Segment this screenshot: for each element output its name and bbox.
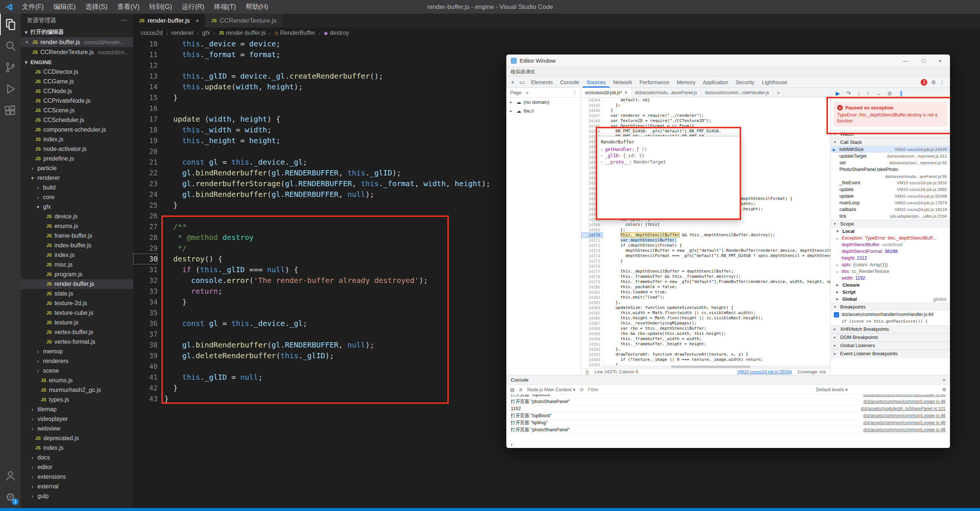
menu-item[interactable]: 运行(R) bbox=[177, 0, 209, 14]
tree-item[interactable]: JStexture.js bbox=[21, 318, 133, 327]
source-line[interactable]: 24369 }; bbox=[581, 227, 830, 233]
editor-tab[interactable]: JSrender-buffer.js× bbox=[133, 14, 205, 27]
step-icon[interactable]: → bbox=[875, 90, 881, 97]
source-file-tab[interactable]: dst/assets/comm...roleHandler.js bbox=[701, 88, 773, 97]
menu-item[interactable]: 终端(T) bbox=[209, 0, 241, 14]
menu-item[interactable]: 帮助(H) bbox=[241, 0, 273, 14]
maximize-icon[interactable]: □ bbox=[922, 57, 925, 64]
source-line[interactable]: 24348 var Texture2D = require("./CCTextu… bbox=[581, 118, 830, 124]
source-line[interactable]: 24385 this.width = Math.floor(width || c… bbox=[581, 310, 830, 316]
scope-variable[interactable]: width:1152 bbox=[830, 275, 950, 281]
menu-item[interactable]: 转到(G) bbox=[144, 0, 177, 14]
tree-item[interactable]: JSmisc.js bbox=[21, 260, 133, 270]
horizontal-scrollbar[interactable] bbox=[603, 365, 830, 368]
tree-item[interactable]: ›particle bbox=[21, 163, 133, 173]
callstack-frame[interactable]: ▶initWithSizeVM10 cocos2d-jsb.js:24370 bbox=[830, 146, 950, 153]
open-editor-item[interactable]: ×JSrender-buffer.jscocos2d/render... bbox=[21, 37, 133, 47]
open-editor-item[interactable]: JSCCRenderTexture.jscocos2d/co... bbox=[21, 47, 133, 57]
tree-item[interactable]: ›scene bbox=[21, 366, 133, 376]
tree-item[interactable]: JSCCGame.js bbox=[21, 77, 133, 86]
tree-item[interactable]: JSindex-buffer.js bbox=[21, 241, 133, 250]
context-selector[interactable]: Node.js Main Context ▾ bbox=[527, 387, 575, 392]
tree-item[interactable]: JSnode-activator.js bbox=[21, 144, 133, 154]
tree-item[interactable]: JSdevice.js bbox=[21, 212, 133, 221]
callstack-frame[interactable]: callbackVM10 cocos2d-jsb.js:18124 bbox=[830, 206, 950, 213]
inspect-element-icon[interactable]: ⌖ bbox=[509, 79, 517, 86]
console-source-link[interactable]: dst/assets/common/common/Logger.js:46 bbox=[864, 395, 945, 397]
explorer-icon[interactable] bbox=[0, 14, 21, 35]
scope-group[interactable]: ▸Globalglobal bbox=[830, 295, 950, 303]
source-line[interactable]: 24372 if (depthStencilFormat) { bbox=[581, 243, 830, 248]
source-line[interactable]: 24390 this._framebuffer._width = width; bbox=[581, 336, 830, 341]
tree-item[interactable]: JSprogram.js bbox=[21, 270, 133, 279]
callstack-frame[interactable]: updateVM10 cocos2d-jsb.js:20348 bbox=[830, 193, 950, 200]
console-message[interactable]: 打开页面 "tipMsg"dst/assets/common/common/Lo… bbox=[506, 419, 950, 427]
source-line[interactable]: 24393 drawTextureAt: function drawTextur… bbox=[581, 352, 830, 357]
source-line[interactable]: 24383 }, bbox=[581, 300, 830, 305]
step-into-icon[interactable]: ↓ bbox=[857, 90, 860, 97]
menu-item[interactable]: 选择(S) bbox=[81, 0, 112, 14]
tree-item[interactable]: JSCCScheduler.js bbox=[21, 115, 133, 125]
console-source-link[interactable]: dst/assets/module/ph..toSharePanel.js:10… bbox=[861, 406, 945, 411]
overflow-chevron-icon[interactable]: » bbox=[526, 90, 528, 95]
console-message[interactable]: 打开页面 "photoSharePanel"dst/assets/common/… bbox=[506, 427, 950, 433]
source-line[interactable]: 24345 }; bbox=[581, 103, 830, 108]
breakpoints-section-header[interactable]: ▾ Breakpoints bbox=[830, 303, 950, 311]
scope-variable[interactable]: height:2112 bbox=[830, 255, 950, 262]
source-line[interactable]: 24381 this.loaded = true; bbox=[581, 290, 830, 295]
source-line[interactable]: 24377 this._depthStencilBuffer = depthSt… bbox=[581, 269, 830, 274]
devtools-settings-icon[interactable]: ⚙ bbox=[931, 79, 936, 85]
source-file-tab[interactable]: dst/assets/modu...aturePanel.js bbox=[631, 88, 701, 97]
menu-item[interactable]: 编辑(E) bbox=[49, 0, 81, 14]
tree-item[interactable]: JSmurmurhash2_gc.js bbox=[21, 385, 133, 395]
menu-item[interactable]: 查看(V) bbox=[112, 0, 144, 14]
source-mapped-link[interactable]: VM10 cocos2d-jsb.js:25334 bbox=[737, 369, 792, 375]
tree-item[interactable]: JSCCDirector.js bbox=[21, 67, 133, 77]
console-message[interactable]: 打开页面 "photoSharePanel"dst/assets/common/… bbox=[506, 398, 950, 405]
callstack-frame[interactable]: updateTargetdst/assets/ssr/...mponent.js… bbox=[830, 153, 950, 159]
breadcrumb-item[interactable]: renderer bbox=[171, 30, 194, 36]
tree-item[interactable]: JSenums.js bbox=[21, 376, 133, 385]
tree-item[interactable]: JSrender-buffer.js bbox=[21, 279, 133, 289]
checkbox-checked-icon[interactable]: ✓ bbox=[834, 312, 839, 317]
tree-item[interactable]: JSCCPrivateNode.js bbox=[21, 96, 133, 106]
tab-console[interactable]: Console bbox=[511, 377, 528, 383]
console-settings-icon[interactable]: ⚙ bbox=[942, 387, 946, 392]
tree-item[interactable]: JSCCScene.js bbox=[21, 106, 133, 115]
source-line[interactable]: 24344 default: obj bbox=[581, 98, 830, 103]
tab-sources[interactable]: Sources bbox=[583, 77, 609, 87]
tree-item[interactable]: JSvertex-format.js bbox=[21, 337, 133, 347]
navigator-item[interactable]: ▸☁(no domain) bbox=[506, 98, 581, 106]
step-over-icon[interactable]: ↷ bbox=[846, 90, 851, 97]
popup-property[interactable]: ▸_glID:{_id: 1} bbox=[601, 152, 737, 159]
tree-item[interactable]: ›external bbox=[21, 482, 133, 491]
callstack-frame[interactable]: setdst/assets/ssr/...mponent.js:65 bbox=[830, 159, 950, 166]
callstack-frame[interactable]: tickjsb-adapter/jsb-...uiltin.js:2156 bbox=[830, 213, 950, 219]
scope-local-header[interactable]: ▾ Local bbox=[830, 228, 950, 235]
source-line[interactable]: 24376 bbox=[581, 263, 830, 269]
tree-item[interactable]: ›webview bbox=[21, 424, 133, 433]
pause-on-exceptions-icon[interactable]: ∥ bbox=[898, 90, 904, 97]
source-line[interactable]: 24349 var DepthStencilFormat = cc.Enum({ bbox=[581, 124, 830, 129]
scope-variable[interactable]: depthStencilBuffer:undefined bbox=[830, 241, 950, 248]
source-line[interactable]: 24386 this.height = Math.floor(height ||… bbox=[581, 316, 830, 321]
run-debug-icon[interactable] bbox=[0, 78, 21, 100]
menu-item[interactable]: 文件(F) bbox=[17, 0, 49, 14]
collapsed-section-header[interactable]: ▸XHR/fetch Breakpoints bbox=[830, 325, 950, 333]
source-line[interactable]: 24378 this._framebuffer && this._framebu… bbox=[581, 274, 830, 279]
console-message[interactable]: 打开页面 "topBlock"dst/assets/common/common/… bbox=[506, 395, 950, 398]
source-control-icon[interactable] bbox=[0, 57, 21, 78]
breadcrumb-item[interactable]: cocos2d bbox=[141, 30, 163, 36]
source-line[interactable]: 24382 this.emit("load"); bbox=[581, 295, 830, 300]
tab-elements[interactable]: Elements bbox=[527, 77, 557, 87]
tree-item[interactable]: JStexture-cube.js bbox=[21, 308, 133, 318]
more-actions-icon[interactable]: ⋯ bbox=[121, 16, 127, 24]
source-line[interactable]: 24389 rbo && rbo.update(this.width, this… bbox=[581, 331, 830, 336]
watch-section-header[interactable]: ▾ Watch bbox=[830, 130, 950, 138]
device-toolbar-icon[interactable]: ▭ bbox=[517, 79, 527, 86]
close-icon[interactable]: × bbox=[625, 90, 627, 95]
tree-item[interactable]: ›editor bbox=[21, 462, 133, 472]
tab-overflow-icon[interactable]: » bbox=[773, 88, 784, 97]
tree-item[interactable]: JSenums.js bbox=[21, 221, 133, 231]
extensions-icon[interactable] bbox=[0, 100, 21, 121]
